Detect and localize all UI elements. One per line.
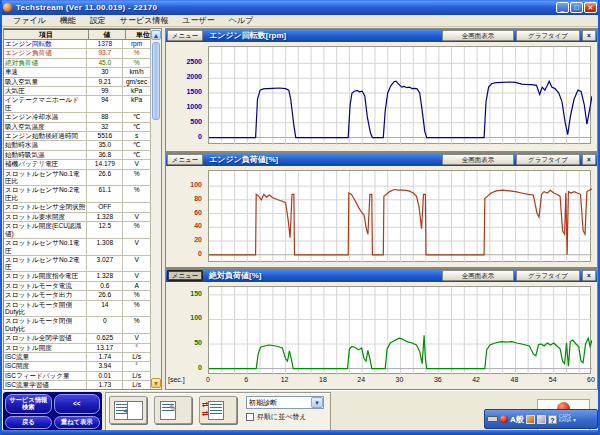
menu-item-5[interactable]: ヘルプ: [222, 15, 261, 26]
row-value: 0: [87, 317, 123, 333]
ime-tools-icon[interactable]: [526, 415, 535, 424]
table-row[interactable]: インテークマニホールド圧94kPa: [4, 96, 150, 113]
row-item-label: ISC流量: [4, 353, 87, 361]
table-row[interactable]: スロットルセンサ全閉状態OFF: [4, 203, 150, 212]
row-unit: %: [123, 170, 150, 186]
row-item-label: ISC開度: [4, 362, 87, 370]
table-row[interactable]: スロットル開度指令電圧1.328V: [4, 272, 150, 281]
data-list-panel: 項目値単位 エンジン回転数1378rpmエンジン負荷値93.7%絶対負荷値45.…: [3, 28, 162, 390]
table-row[interactable]: エンジン回転数1378rpm: [4, 40, 150, 49]
row-value: 3.027: [87, 256, 123, 272]
chart-menu-button[interactable]: メニュー: [167, 270, 203, 281]
fullscreen-button[interactable]: 全画面表示: [442, 270, 514, 281]
minimize-button[interactable]: _: [556, 2, 569, 13]
row-item-label: スロットルセンサNo.2電圧: [4, 256, 87, 272]
data-list-view-button[interactable]: ◂: [109, 396, 147, 424]
y-tick-label: 100: [166, 314, 202, 321]
maximize-button[interactable]: □: [570, 2, 583, 13]
menu-item-0[interactable]: ファイル: [6, 15, 53, 26]
fullscreen-button[interactable]: 全画面表示: [442, 154, 514, 165]
table-row[interactable]: スロットルモータ閉側Duty比0%: [4, 317, 150, 334]
row-value: 13.17: [87, 344, 123, 352]
table-row[interactable]: スロットルモータ電流0.6A: [4, 282, 150, 291]
diagnosis-mode-dropdown[interactable]: 初期診断 ▼: [246, 396, 324, 409]
row-value: 1.74: [87, 353, 123, 361]
graph-type-button[interactable]: グラフタイプ: [516, 154, 580, 165]
table-row[interactable]: 補機バッテリ電圧14.179V: [4, 160, 150, 169]
row-unit: L/s: [123, 372, 150, 380]
table-row[interactable]: 始動時水温35.0℃: [4, 141, 150, 150]
chevron-down-icon[interactable]: ▼: [311, 397, 323, 408]
keyboard-icon[interactable]: [487, 416, 498, 422]
table-row[interactable]: ISC開度3.94°: [4, 362, 150, 371]
collapse-button[interactable]: <<: [54, 394, 101, 414]
x-tick-label: 48: [504, 376, 524, 383]
row-item-label: スロットルモータ電流: [4, 282, 87, 290]
chart-panel-2: メニュー絶対負荷値[%]全画面表示グラフタイプ×0501001500612182…: [165, 268, 598, 390]
table-row[interactable]: スロットルセンサNo.1電圧1.308V: [4, 239, 150, 256]
ime-pen-icon[interactable]: [537, 415, 546, 424]
chart-close-button[interactable]: ×: [582, 154, 596, 165]
table-row[interactable]: スロットルセンサNo.2電圧3.027V: [4, 256, 150, 273]
scroll-down-icon[interactable]: ▼: [151, 378, 161, 388]
table-row[interactable]: 大気圧99kPa: [4, 87, 150, 96]
table-row[interactable]: スロットルセンサNo.2電圧比61.1%: [4, 186, 150, 203]
menu-item-2[interactable]: 設定: [83, 15, 113, 26]
row-unit: [123, 203, 150, 211]
close-button[interactable]: ✕: [584, 2, 597, 13]
table-row[interactable]: エンジン始動後経過時間5516s: [4, 132, 150, 141]
table-row[interactable]: スロットル要求開度1.328V: [4, 213, 150, 222]
sort-items-button[interactable]: ⇄ ⇄: [199, 396, 237, 424]
menu-item-4[interactable]: ユーザー: [175, 15, 221, 26]
fullscreen-button[interactable]: 全画面表示: [442, 30, 514, 41]
menu-item-1[interactable]: 機能: [53, 15, 83, 26]
table-row[interactable]: スロットルセンサNo.1電圧比26.6%: [4, 170, 150, 187]
scrollbar-thumb[interactable]: [152, 42, 160, 120]
chart-panel-1: メニューエンジン負荷値[%]全画面表示グラフタイプ×020406080100: [165, 152, 598, 268]
bottom-bar: サービス情報検索<<戻る重ねて表示 ◂ ✎ ⇄ ⇄ 初期診断 ▼: [2, 390, 598, 430]
table-row[interactable]: エンジン冷却水温88℃: [4, 113, 150, 122]
ime-collapse-icon[interactable]: ▾: [573, 416, 576, 423]
row-value: 3.94: [87, 362, 123, 370]
plot-area: [208, 286, 591, 374]
overlay-display-button[interactable]: 重ねて表示: [54, 416, 101, 429]
graph-type-button[interactable]: グラフタイプ: [516, 30, 580, 41]
scroll-up-icon[interactable]: ▲: [151, 30, 161, 40]
table-row[interactable]: 車速30km/h: [4, 68, 150, 77]
table-row[interactable]: スロットル開度(ECU認識値)12.5%: [4, 222, 150, 239]
row-item-label: スロットルセンサNo.2電圧比: [4, 186, 87, 202]
checkbox-icon[interactable]: [246, 413, 254, 421]
back-button[interactable]: 戻る: [5, 416, 52, 429]
chart-menu-button[interactable]: メニュー: [167, 154, 203, 165]
service-info-search-button[interactable]: サービス情報検索: [5, 394, 52, 414]
table-scrollbar[interactable]: ▲ ▼: [150, 29, 161, 389]
table-row[interactable]: 絶対負荷値45.0%: [4, 59, 150, 68]
table-row[interactable]: 吸入空気温度32℃: [4, 123, 150, 132]
table-row[interactable]: スロットルモータ出力26.6%: [4, 291, 150, 300]
row-unit: s: [123, 132, 150, 140]
record-snapshot-button[interactable]: ✎: [154, 396, 192, 424]
sort-ascending-checkbox[interactable]: 昇順に並べ替え: [246, 412, 324, 422]
graph-type-button[interactable]: グラフタイプ: [516, 270, 580, 281]
table-row[interactable]: スロットル開度13.17°: [4, 344, 150, 353]
row-value: 5516: [87, 132, 123, 140]
table-row[interactable]: 吸入空気量9.21gm/sec: [4, 78, 150, 87]
x-tick-label: 12: [275, 376, 295, 383]
menu-item-3[interactable]: サービス情報: [113, 15, 176, 26]
table-row[interactable]: ISCフィードバック量0.01L/s: [4, 372, 150, 381]
ime-input-mode[interactable]: A般: [510, 414, 524, 425]
table-row[interactable]: スロットル全閉学習値0.625V: [4, 334, 150, 343]
ime-ball-icon[interactable]: [500, 415, 508, 423]
plot-area: [208, 170, 591, 262]
table-row[interactable]: ISC流量1.74L/s: [4, 353, 150, 362]
chart-menu-button[interactable]: メニュー: [167, 30, 203, 41]
table-row[interactable]: 始動時吸気温36.8℃: [4, 151, 150, 160]
chart-close-button[interactable]: ×: [582, 270, 596, 281]
ime-help-icon[interactable]: ?: [548, 415, 557, 424]
table-row[interactable]: エンジン負荷値93.7%: [4, 49, 150, 58]
row-unit: V: [123, 334, 150, 342]
table-row[interactable]: スロットルモータ開側Duty比14%: [4, 301, 150, 318]
chart-close-button[interactable]: ×: [582, 30, 596, 41]
table-row[interactable]: ISC流量学習値1.73L/s: [4, 381, 150, 389]
row-value: 32: [87, 123, 123, 131]
